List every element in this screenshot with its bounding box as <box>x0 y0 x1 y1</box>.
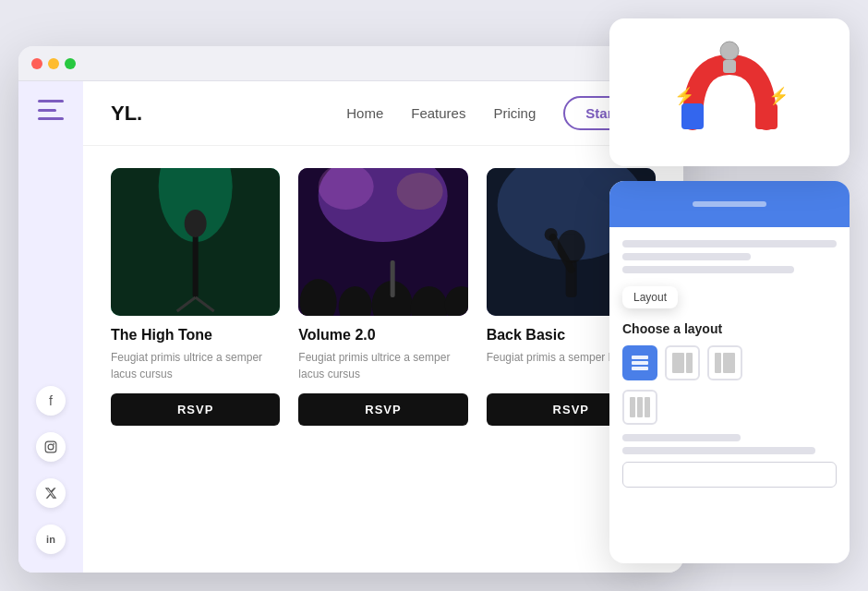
layout-header-bar <box>693 201 766 207</box>
svg-point-1 <box>48 444 54 450</box>
layout-widget-body: Layout Choose a layout <box>609 227 850 501</box>
layout-option-2col-right[interactable] <box>707 345 742 380</box>
svg-text:⚡: ⚡ <box>674 86 695 106</box>
layout-bottom-preview <box>622 434 837 488</box>
app-content: f in <box>18 81 683 573</box>
nav-home[interactable]: Home <box>346 105 383 121</box>
svg-rect-0 <box>45 441 56 452</box>
twitter-icon[interactable] <box>36 478 66 508</box>
svg-point-29 <box>720 42 739 60</box>
facebook-icon[interactable]: f <box>36 386 66 416</box>
hamburger-icon[interactable] <box>38 100 64 120</box>
card-1-title: The High Tone <box>111 327 280 344</box>
card-2-rsvp-button[interactable]: RSVP <box>298 393 467 426</box>
layout-1col-icon <box>632 356 648 370</box>
layout-2col-right-icon <box>715 353 735 373</box>
layout-widget: Layout Choose a layout <box>609 181 850 563</box>
browser-window: f in <box>18 46 683 573</box>
card-1-image <box>111 168 280 316</box>
layout-2col-left-icon <box>672 353 693 373</box>
cards-section: The High Tone Feugiat primis ultrice a s… <box>83 146 683 448</box>
svg-point-24 <box>544 228 557 241</box>
instagram-icon[interactable] <box>36 432 66 462</box>
layout-option-1col[interactable] <box>622 345 657 380</box>
svg-point-2 <box>53 443 54 445</box>
layout-options-row1 <box>622 345 837 380</box>
layout-option-2col-left[interactable] <box>665 345 700 380</box>
magnet-widget: ⚡ ⚡ <box>609 18 850 166</box>
card-2-desc: Feugiat primis ultrice a semper lacus cu… <box>298 349 467 382</box>
card-1: The High Tone Feugiat primis ultrice a s… <box>111 168 280 426</box>
nav-features[interactable]: Features <box>411 105 465 121</box>
preview-input <box>622 462 837 488</box>
right-panel: ⚡ ⚡ <box>609 18 850 563</box>
card-1-desc: Feugiat primis ultrice a semper lacus cu… <box>111 349 280 382</box>
layout-badge-area: Layout <box>622 286 837 314</box>
svg-rect-25 <box>681 103 704 129</box>
brand-logo: YL. <box>111 102 142 126</box>
social-icons: f in <box>36 386 66 554</box>
sidebar: f in <box>18 81 83 573</box>
svg-rect-18 <box>391 260 395 297</box>
close-button[interactable] <box>31 58 42 69</box>
svg-point-6 <box>185 210 207 237</box>
card-2: Volume 2.0 Feugiat primis ultrice a semp… <box>298 168 467 426</box>
preview-bottom-2 <box>622 447 815 454</box>
layout-options-row2 <box>622 390 837 425</box>
scene: f in <box>18 18 850 573</box>
preview-row-3 <box>622 266 794 273</box>
layout-3col-icon <box>630 397 650 417</box>
browser-titlebar <box>18 46 683 81</box>
preview-row-1 <box>622 240 837 247</box>
preview-bottom-1 <box>622 434 741 441</box>
svg-text:⚡: ⚡ <box>768 86 790 106</box>
layout-preview-rows <box>622 240 837 273</box>
navbar: YL. Home Features Pricing Started <box>83 81 683 146</box>
layout-widget-header <box>609 181 850 227</box>
linkedin-icon[interactable]: in <box>36 525 66 554</box>
svg-rect-30 <box>723 60 736 73</box>
layout-option-3col[interactable] <box>622 390 657 425</box>
card-2-image <box>298 168 467 316</box>
choose-layout-title: Choose a layout <box>622 321 837 336</box>
svg-rect-26 <box>755 103 778 129</box>
traffic-lights <box>31 58 76 69</box>
magnet-illustration: ⚡ ⚡ <box>665 37 794 148</box>
main-area: YL. Home Features Pricing Started <box>83 81 683 573</box>
card-2-title: Volume 2.0 <box>298 327 467 344</box>
preview-row-2 <box>622 253 751 260</box>
svg-point-12 <box>397 173 443 210</box>
nav-pricing[interactable]: Pricing <box>493 105 536 121</box>
minimize-button[interactable] <box>48 58 59 69</box>
layout-badge: Layout <box>622 286 678 308</box>
maximize-button[interactable] <box>65 58 76 69</box>
card-1-rsvp-button[interactable]: RSVP <box>111 393 280 426</box>
